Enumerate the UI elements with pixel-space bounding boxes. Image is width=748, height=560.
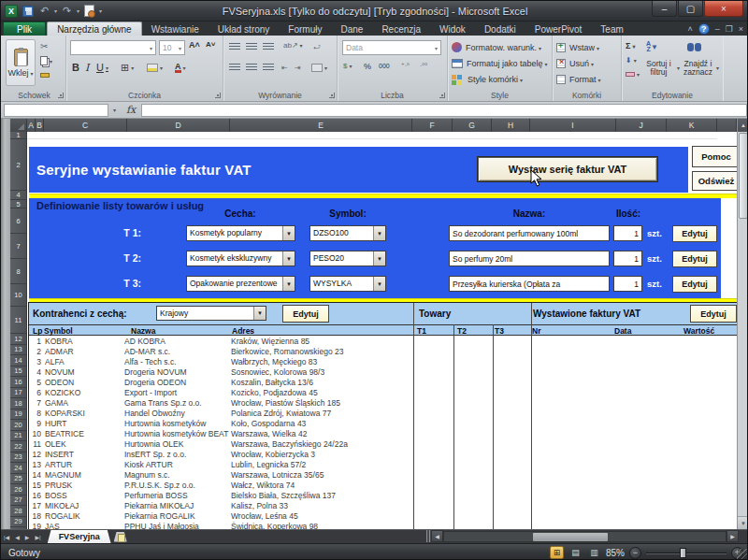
print-preview-icon[interactable]: [82, 4, 96, 18]
align-bottom-icon[interactable]: [263, 43, 274, 51]
column-header-i[interactable]: I: [530, 119, 616, 132]
fill-icon[interactable]: ⬇: [626, 56, 637, 65]
tab-formu-y[interactable]: Formuły: [279, 22, 331, 36]
formula-input[interactable]: [141, 104, 747, 117]
style-item-3[interactable]: Style komórki: [452, 71, 548, 87]
tab-narz-dzia-g-wne[interactable]: Narzędzia główne: [47, 22, 142, 36]
alignment-dialog-launcher-icon[interactable]: [329, 93, 335, 98]
row-header-1[interactable]: 1: [10, 132, 27, 139]
row-header-10[interactable]: 10: [10, 284, 27, 307]
number-dialog-launcher-icon[interactable]: [439, 93, 445, 98]
increase-decimal-icon[interactable]: ⁺·⁰: [401, 63, 410, 70]
cells-item-usuń[interactable]: Usuń: [556, 55, 601, 71]
decrease-indent-icon[interactable]: ⇤: [281, 64, 288, 72]
ilosc-input-t2[interactable]: 1: [613, 251, 642, 266]
name-box[interactable]: [4, 104, 108, 117]
font-dialog-launcher-icon[interactable]: [215, 93, 221, 98]
sort-filter-button[interactable]: Sortuj i filtruj: [642, 60, 680, 77]
merge-center-icon[interactable]: [311, 64, 327, 72]
zoom-level[interactable]: 85%: [606, 548, 625, 558]
normal-view-icon[interactable]: ⊞: [550, 546, 564, 559]
grow-font-icon[interactable]: A˄: [189, 40, 200, 50]
row-header-15[interactable]: 15: [10, 366, 27, 378]
contractors-edit-button[interactable]: Edytuj: [282, 305, 329, 323]
row-header-25[interactable]: 25: [10, 474, 27, 485]
resize-grip[interactable]: [737, 549, 748, 560]
insert-sheet-icon[interactable]: [114, 532, 127, 542]
workbook-close-icon[interactable]: ×: [739, 24, 743, 34]
minimize-button[interactable]: –: [652, 1, 677, 17]
decrease-decimal-icon[interactable]: ·⁰⁰: [420, 63, 427, 70]
align-left-icon[interactable]: [229, 64, 240, 72]
dropdown-arrow-icon[interactable]: ▼: [373, 277, 385, 291]
number-format-combo[interactable]: Data▾: [342, 40, 441, 55]
page-layout-view-icon[interactable]: ▤: [568, 546, 583, 559]
close-button[interactable]: ×: [704, 1, 743, 17]
help-button[interactable]: Pomoc: [692, 146, 737, 167]
orientation-icon[interactable]: ab↗: [283, 41, 303, 50]
row-header-16[interactable]: 16: [10, 377, 27, 388]
symbol-select-t3[interactable]: WYSYLKA▼: [309, 276, 386, 292]
row-header-27[interactable]: 27: [10, 495, 27, 507]
row-header-4[interactable]: 4: [10, 191, 27, 200]
bold-icon[interactable]: B: [72, 62, 79, 73]
scroll-right-icon[interactable]: ▶: [726, 530, 739, 542]
column-header-e[interactable]: E: [230, 119, 412, 132]
column-header-k[interactable]: K: [667, 119, 717, 132]
column-header-d[interactable]: D: [127, 119, 230, 132]
refresh-button[interactable]: Odśwież: [692, 171, 737, 191]
row-header-20[interactable]: 20: [10, 420, 27, 431]
dropdown-arrow-icon[interactable]: ▼: [253, 307, 266, 320]
dropdown-arrow-icon[interactable]: ▼: [373, 251, 385, 266]
row-header-21[interactable]: 21: [10, 431, 27, 442]
edit-button-t2[interactable]: Edytuj: [672, 251, 717, 267]
issue-invoices-button[interactable]: Wystaw serię faktur VAT: [478, 157, 657, 181]
vertical-scroll-thumb[interactable]: [739, 133, 748, 219]
customize-qat-icon[interactable]: ▾: [99, 7, 102, 14]
scroll-down-icon[interactable]: ▼: [738, 516, 748, 529]
zoom-slider[interactable]: [646, 547, 726, 559]
row-header-12[interactable]: 12: [10, 334, 27, 345]
clipboard-dialog-launcher-icon[interactable]: [58, 93, 64, 98]
nazwa-input-t3[interactable]: Przesyłka kurierska (Opłata za: [449, 276, 610, 292]
save-icon[interactable]: [21, 4, 35, 18]
row-header-18[interactable]: 18: [10, 398, 27, 409]
restore-button[interactable]: ▢: [678, 1, 703, 17]
name-box-dropdown-icon[interactable]: ▾: [108, 104, 121, 117]
tab-powerpivot[interactable]: PowerPivot: [525, 22, 592, 36]
row-header-22[interactable]: 22: [10, 441, 27, 452]
symbol-select-t2[interactable]: PESO20▼: [309, 251, 386, 266]
horizontal-scroll-track[interactable]: [443, 531, 726, 542]
font-color-icon[interactable]: A: [175, 63, 186, 73]
tab-widok[interactable]: Widok: [430, 22, 475, 36]
nazwa-input-t2[interactable]: So perfumy 20ml: [449, 251, 610, 266]
cecha-select-t1[interactable]: Kosmetyk popularny▼: [186, 225, 295, 241]
dropdown-arrow-icon[interactable]: ▼: [282, 226, 295, 240]
percent-icon[interactable]: %: [364, 62, 371, 71]
row-header-29[interactable]: 29: [10, 517, 27, 528]
scroll-left-icon[interactable]: ◀: [431, 530, 443, 542]
tab-dodatki[interactable]: Dodatki: [475, 22, 525, 36]
italic-icon[interactable]: I: [85, 62, 89, 74]
fill-color-icon[interactable]: [147, 64, 163, 72]
font-name-combo[interactable]: ▾: [70, 40, 156, 55]
copy-icon[interactable]: [40, 56, 52, 65]
column-header-a[interactable]: A: [27, 119, 36, 132]
row-header-2[interactable]: 2: [10, 139, 27, 191]
select-all-corner[interactable]: [10, 119, 27, 132]
thousands-icon[interactable]: 000: [379, 63, 390, 69]
edit-button-t1[interactable]: Edytuj: [672, 225, 717, 242]
scroll-up-icon[interactable]: ▲: [738, 119, 748, 132]
row-header-8[interactable]: 8: [10, 259, 27, 284]
underline-icon[interactable]: U: [96, 62, 108, 73]
row-header-7[interactable]: 7: [10, 234, 27, 259]
ilosc-input-t3[interactable]: 1: [613, 276, 642, 292]
sheet-tab-fvseryjna[interactable]: FVSeryjna: [48, 530, 111, 544]
font-size-combo[interactable]: 10▾: [159, 40, 185, 55]
tab-uk-ad-strony[interactable]: Układ strony: [209, 22, 280, 36]
cecha-select-t3[interactable]: Opakowanie prezentowe▼: [186, 276, 295, 292]
row-header-19[interactable]: 19: [10, 409, 27, 421]
zoom-out-icon[interactable]: −: [629, 547, 641, 559]
tab-dane[interactable]: Dane: [331, 22, 372, 36]
insert-function-icon[interactable]: fx: [121, 104, 141, 116]
